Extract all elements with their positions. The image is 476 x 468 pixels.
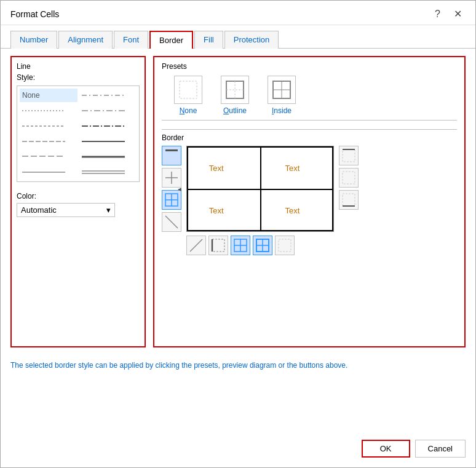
ok-button[interactable]: OK bbox=[362, 440, 410, 458]
close-button[interactable]: ✕ bbox=[450, 7, 466, 21]
color-section: Color: Automatic ▾ bbox=[17, 192, 140, 217]
right-border-buttons bbox=[339, 146, 359, 255]
preset-inside-box bbox=[268, 76, 296, 104]
style-solid-thin[interactable] bbox=[20, 165, 77, 179]
preview-wrapper: ◄ bbox=[186, 146, 334, 255]
svg-rect-35 bbox=[279, 239, 291, 252]
style-double[interactable] bbox=[79, 165, 137, 179]
preset-outline-label: Outline bbox=[223, 106, 247, 115]
svg-rect-39 bbox=[343, 194, 355, 206]
cancel-button[interactable]: Cancel bbox=[415, 440, 466, 458]
svg-rect-36 bbox=[343, 149, 355, 162]
svg-rect-38 bbox=[343, 172, 355, 184]
border-btn-no-border[interactable] bbox=[275, 236, 295, 255]
tab-alignment[interactable]: Alignment bbox=[58, 31, 113, 49]
preview-text-tl: Text bbox=[209, 163, 224, 172]
tab-number[interactable]: Number bbox=[10, 31, 57, 49]
bottom-border-buttons bbox=[186, 236, 334, 255]
preset-outline[interactable]: Outline bbox=[221, 76, 249, 115]
border-btn-none[interactable] bbox=[339, 168, 359, 188]
svg-line-26 bbox=[190, 239, 202, 252]
preset-none[interactable]: None bbox=[174, 76, 202, 115]
preset-inside-label: Inside bbox=[272, 106, 292, 115]
border-btn-middle-h[interactable] bbox=[162, 168, 181, 188]
svg-rect-12 bbox=[180, 81, 197, 98]
title-bar-controls: ? ✕ bbox=[431, 7, 466, 21]
presets-row: None Outline bbox=[162, 76, 457, 115]
tab-font[interactable]: Font bbox=[114, 31, 148, 49]
format-cells-dialog: Format Cells ? ✕ Number Alignment Font B… bbox=[0, 0, 476, 468]
presets-title: Presets bbox=[162, 62, 457, 71]
tab-border[interactable]: Border bbox=[149, 31, 193, 49]
dialog-title: Format Cells bbox=[10, 9, 59, 19]
title-bar: Format Cells ? ✕ bbox=[1, 1, 475, 25]
style-dash1[interactable] bbox=[20, 119, 77, 133]
line-panel-title: Line bbox=[17, 62, 140, 71]
border-btn-diag-slash[interactable] bbox=[186, 236, 206, 255]
border-btn-all-borders[interactable] bbox=[231, 236, 250, 255]
bottom-bar: OK Cancel bbox=[1, 434, 475, 467]
color-label: Color: bbox=[17, 192, 140, 200]
border-btn-inner-cross[interactable] bbox=[162, 190, 181, 210]
color-value: Automatic bbox=[21, 205, 57, 215]
style-thick[interactable] bbox=[79, 150, 137, 164]
style-dashdot2[interactable] bbox=[79, 119, 137, 133]
content-area: Line Style: None bbox=[1, 49, 475, 355]
tab-fill[interactable]: Fill bbox=[194, 31, 223, 49]
tab-bar: Number Alignment Font Border Fill Protec… bbox=[1, 25, 475, 49]
dropdown-arrow-icon: ▾ bbox=[106, 205, 111, 215]
svg-line-25 bbox=[165, 216, 178, 228]
style-dotdash1[interactable] bbox=[79, 89, 137, 102]
preview-text-br: Text bbox=[285, 205, 299, 215]
border-main: ◄ bbox=[162, 146, 457, 255]
left-border-buttons bbox=[162, 146, 181, 255]
style-grid: None bbox=[17, 85, 140, 182]
border-preview-grid[interactable]: Text Text Text Text bbox=[186, 146, 334, 232]
svg-rect-13 bbox=[226, 81, 244, 98]
border-btn-left-border[interactable] bbox=[208, 236, 228, 255]
right-panel: Presets None bbox=[153, 56, 466, 347]
border-btn-outer-borders[interactable] bbox=[253, 236, 272, 255]
border-btn-bottom[interactable] bbox=[339, 190, 359, 210]
style-medium[interactable] bbox=[79, 135, 137, 148]
preview-text-tr: Text bbox=[285, 163, 299, 172]
style-dot1[interactable] bbox=[20, 104, 77, 117]
style-label: Style: bbox=[17, 73, 140, 82]
style-none[interactable]: None bbox=[20, 89, 77, 102]
border-btn-diag-none[interactable] bbox=[162, 212, 181, 232]
preview-text-bl: Text bbox=[209, 205, 224, 215]
preset-outline-box bbox=[221, 76, 249, 104]
svg-rect-27 bbox=[212, 239, 224, 252]
mid-arrow-indicator: ◄ bbox=[177, 186, 183, 192]
preset-none-label: None bbox=[180, 106, 197, 115]
style-dashdot1[interactable] bbox=[79, 104, 137, 117]
style-dash3[interactable] bbox=[20, 150, 77, 164]
preset-inside[interactable]: Inside bbox=[268, 76, 296, 115]
help-button[interactable]: ? bbox=[431, 7, 444, 21]
style-dash2[interactable] bbox=[20, 135, 77, 148]
svg-rect-19 bbox=[165, 149, 178, 151]
border-btn-top-outer[interactable] bbox=[162, 146, 181, 165]
color-dropdown[interactable]: Automatic ▾ bbox=[17, 203, 115, 217]
border-section-title: Border bbox=[162, 129, 457, 142]
border-btn-top[interactable] bbox=[339, 146, 359, 165]
tab-protection[interactable]: Protection bbox=[224, 31, 279, 49]
hint-text: The selected border style can be applied… bbox=[1, 355, 475, 376]
preset-none-box bbox=[174, 76, 202, 104]
line-panel: Line Style: None bbox=[10, 56, 146, 347]
